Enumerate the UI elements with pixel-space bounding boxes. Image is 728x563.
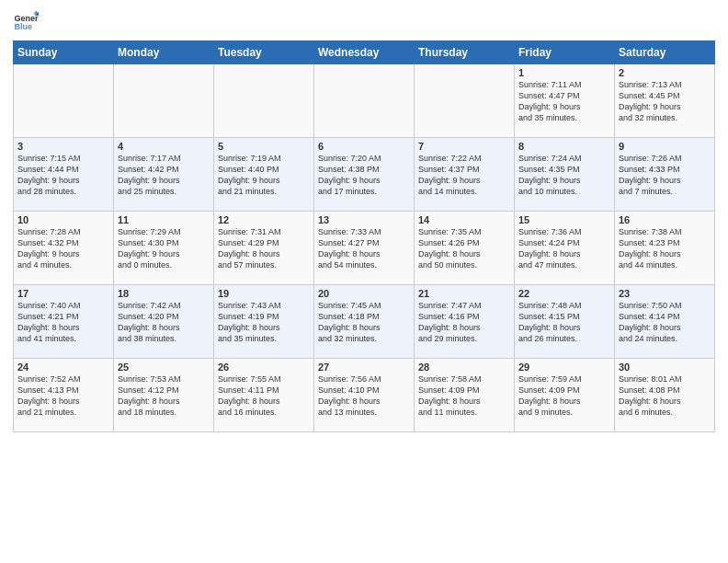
day-info: Sunrise: 7:24 AM Sunset: 4:35 PM Dayligh… [518,153,610,198]
calendar-cell: 2Sunrise: 7:13 AM Sunset: 4:45 PM Daylig… [615,64,715,138]
day-info: Sunrise: 7:55 AM Sunset: 4:11 PM Dayligh… [218,373,310,419]
calendar-cell: 4Sunrise: 7:17 AM Sunset: 4:42 PM Daylig… [114,138,214,212]
calendar-cell [214,64,314,138]
calendar-week-2: 3Sunrise: 7:15 AM Sunset: 4:44 PM Daylig… [14,138,715,212]
day-number: 2 [619,67,711,78]
calendar-week-3: 10Sunrise: 7:28 AM Sunset: 4:32 PM Dayli… [14,212,715,285]
calendar-cell [415,64,515,138]
day-info: Sunrise: 7:47 AM Sunset: 4:16 PM Dayligh… [418,300,510,345]
day-number: 9 [619,141,711,152]
day-number: 15 [518,214,610,225]
day-number: 22 [518,288,610,299]
calendar-week-5: 24Sunrise: 7:52 AM Sunset: 4:13 PM Dayli… [14,359,715,432]
day-info: Sunrise: 7:26 AM Sunset: 4:33 PM Dayligh… [619,153,711,198]
calendar-cell: 21Sunrise: 7:47 AM Sunset: 4:16 PM Dayli… [415,285,515,359]
calendar-cell: 27Sunrise: 7:56 AM Sunset: 4:10 PM Dayli… [314,359,415,432]
day-number: 13 [318,214,410,225]
day-info: Sunrise: 7:45 AM Sunset: 4:18 PM Dayligh… [318,300,410,345]
day-number: 30 [619,362,711,373]
calendar-cell: 6Sunrise: 7:20 AM Sunset: 4:38 PM Daylig… [314,138,415,212]
day-info: Sunrise: 7:28 AM Sunset: 4:32 PM Dayligh… [17,226,109,271]
calendar-cell: 19Sunrise: 7:43 AM Sunset: 4:19 PM Dayli… [214,285,314,359]
logo-icon: General Blue [13,9,39,35]
day-info: Sunrise: 7:11 AM Sunset: 4:47 PM Dayligh… [518,79,610,124]
calendar-cell: 7Sunrise: 7:22 AM Sunset: 4:37 PM Daylig… [415,138,515,212]
logo: General Blue [13,9,39,35]
calendar-cell: 8Sunrise: 7:24 AM Sunset: 4:35 PM Daylig… [515,138,615,212]
day-number: 7 [418,141,510,152]
calendar-cell: 22Sunrise: 7:48 AM Sunset: 4:15 PM Dayli… [515,285,615,359]
calendar-header-row: SundayMondayTuesdayWednesdayThursdayFrid… [14,41,715,64]
day-number: 3 [17,141,109,152]
day-info: Sunrise: 7:15 AM Sunset: 4:44 PM Dayligh… [17,153,109,198]
day-number: 24 [17,362,109,373]
calendar-cell: 1Sunrise: 7:11 AM Sunset: 4:47 PM Daylig… [515,64,615,138]
calendar-body: 1Sunrise: 7:11 AM Sunset: 4:47 PM Daylig… [14,64,715,432]
calendar-cell: 3Sunrise: 7:15 AM Sunset: 4:44 PM Daylig… [14,138,114,212]
day-info: Sunrise: 7:58 AM Sunset: 4:09 PM Dayligh… [418,373,510,419]
day-number: 19 [218,288,310,299]
calendar-cell: 23Sunrise: 7:50 AM Sunset: 4:14 PM Dayli… [615,285,715,359]
day-number: 27 [318,362,410,373]
day-number: 6 [318,141,410,152]
day-number: 4 [118,141,210,152]
calendar-cell: 28Sunrise: 7:58 AM Sunset: 4:09 PM Dayli… [415,359,515,432]
calendar-cell: 16Sunrise: 7:38 AM Sunset: 4:23 PM Dayli… [615,212,715,285]
day-number: 21 [418,288,510,299]
calendar-cell: 9Sunrise: 7:26 AM Sunset: 4:33 PM Daylig… [615,138,715,212]
calendar-cell: 18Sunrise: 7:42 AM Sunset: 4:20 PM Dayli… [114,285,214,359]
calendar-cell: 15Sunrise: 7:36 AM Sunset: 4:24 PM Dayli… [515,212,615,285]
calendar-cell: 10Sunrise: 7:28 AM Sunset: 4:32 PM Dayli… [14,212,114,285]
calendar-cell: 17Sunrise: 7:40 AM Sunset: 4:21 PM Dayli… [14,285,114,359]
day-info: Sunrise: 7:31 AM Sunset: 4:29 PM Dayligh… [218,226,310,271]
day-header-friday: Friday [515,41,615,64]
calendar-cell: 20Sunrise: 7:45 AM Sunset: 4:18 PM Dayli… [314,285,415,359]
day-header-monday: Monday [114,41,214,64]
calendar-week-1: 1Sunrise: 7:11 AM Sunset: 4:47 PM Daylig… [14,64,715,138]
day-number: 18 [118,288,210,299]
day-number: 1 [518,67,610,78]
day-header-sunday: Sunday [14,41,114,64]
day-info: Sunrise: 7:43 AM Sunset: 4:19 PM Dayligh… [218,300,310,345]
day-header-saturday: Saturday [615,41,715,64]
calendar-cell [14,64,114,138]
calendar-cell [114,64,214,138]
calendar-cell: 24Sunrise: 7:52 AM Sunset: 4:13 PM Dayli… [14,359,114,432]
calendar-cell: 30Sunrise: 8:01 AM Sunset: 4:08 PM Dayli… [615,359,715,432]
calendar-cell: 29Sunrise: 7:59 AM Sunset: 4:09 PM Dayli… [515,359,615,432]
calendar-cell [314,64,415,138]
calendar-cell: 11Sunrise: 7:29 AM Sunset: 4:30 PM Dayli… [114,212,214,285]
day-info: Sunrise: 7:29 AM Sunset: 4:30 PM Dayligh… [118,226,210,271]
day-info: Sunrise: 7:13 AM Sunset: 4:45 PM Dayligh… [619,79,711,124]
day-number: 5 [218,141,310,152]
day-number: 23 [619,288,711,299]
day-number: 25 [118,362,210,373]
day-info: Sunrise: 7:38 AM Sunset: 4:23 PM Dayligh… [619,226,711,271]
day-number: 29 [518,362,610,373]
calendar-cell: 13Sunrise: 7:33 AM Sunset: 4:27 PM Dayli… [314,212,415,285]
calendar-cell: 25Sunrise: 7:53 AM Sunset: 4:12 PM Dayli… [114,359,214,432]
svg-text:Blue: Blue [14,22,32,31]
day-info: Sunrise: 7:53 AM Sunset: 4:12 PM Dayligh… [118,373,210,419]
day-info: Sunrise: 7:36 AM Sunset: 4:24 PM Dayligh… [518,226,610,271]
day-number: 14 [418,214,510,225]
header: General Blue [13,9,715,35]
day-info: Sunrise: 7:59 AM Sunset: 4:09 PM Dayligh… [518,373,610,419]
day-info: Sunrise: 7:42 AM Sunset: 4:20 PM Dayligh… [118,300,210,345]
calendar-week-4: 17Sunrise: 7:40 AM Sunset: 4:21 PM Dayli… [14,285,715,359]
day-info: Sunrise: 7:20 AM Sunset: 4:38 PM Dayligh… [318,153,410,198]
calendar-cell: 5Sunrise: 7:19 AM Sunset: 4:40 PM Daylig… [214,138,314,212]
day-number: 11 [118,214,210,225]
calendar-table: SundayMondayTuesdayWednesdayThursdayFrid… [13,40,715,432]
day-header-thursday: Thursday [415,41,515,64]
main-container: General Blue SundayMondayTuesdayWednesda… [0,0,728,438]
day-info: Sunrise: 7:40 AM Sunset: 4:21 PM Dayligh… [17,300,109,345]
day-number: 8 [518,141,610,152]
day-info: Sunrise: 7:52 AM Sunset: 4:13 PM Dayligh… [17,373,109,419]
day-info: Sunrise: 7:19 AM Sunset: 4:40 PM Dayligh… [218,153,310,198]
svg-text:General: General [14,14,39,23]
day-number: 20 [318,288,410,299]
day-number: 16 [619,214,711,225]
day-info: Sunrise: 7:56 AM Sunset: 4:10 PM Dayligh… [318,373,410,419]
calendar-cell: 14Sunrise: 7:35 AM Sunset: 4:26 PM Dayli… [415,212,515,285]
